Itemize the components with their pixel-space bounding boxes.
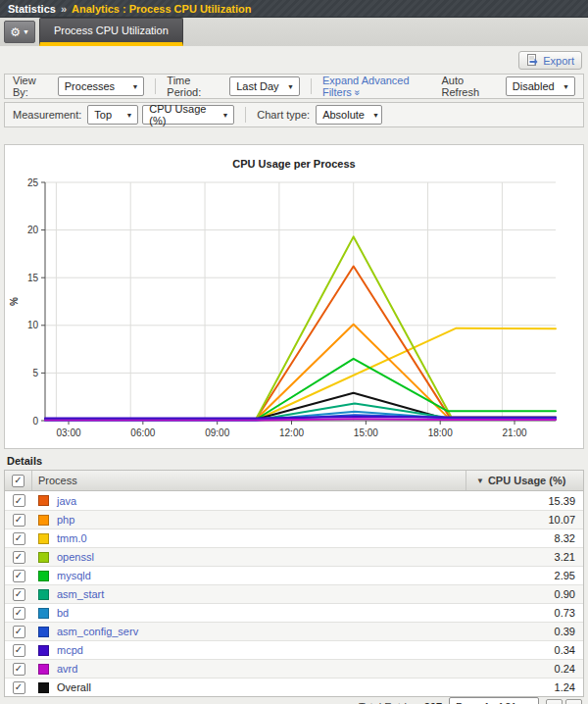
- chevron-down-icon: ▼: [131, 83, 138, 90]
- cpu-usage-value: 2.95: [466, 567, 583, 584]
- cpu-usage-value: 0.90: [466, 585, 583, 603]
- export-icon: [526, 54, 539, 67]
- series-color-chip: [38, 645, 49, 656]
- svg-text:25: 25: [27, 177, 39, 188]
- row-checkbox[interactable]: ✓: [13, 626, 25, 638]
- last-page-button[interactable]: ▶|: [565, 699, 582, 704]
- chevron-down-icon: ▼: [23, 28, 29, 35]
- table-row: ✓mysqld2.95: [5, 566, 583, 584]
- process-link[interactable]: mysqld: [57, 570, 91, 581]
- row-checkbox[interactable]: ✓: [13, 514, 25, 527]
- table-row: ✓mcpd0.34: [5, 640, 583, 659]
- svg-text:%: %: [9, 297, 20, 306]
- sort-desc-icon: ▼: [476, 477, 484, 485]
- cpu-usage-value: 0.34: [466, 641, 583, 659]
- expand-advanced-filters-link[interactable]: Expand Advanced Filters»: [322, 75, 442, 98]
- svg-text:15: 15: [27, 273, 39, 283]
- next-page-button[interactable]: ▶: [546, 699, 563, 704]
- process-link[interactable]: java: [57, 495, 76, 507]
- series-color-chip: [38, 571, 49, 581]
- svg-text:10: 10: [27, 320, 39, 330]
- auto-refresh-group: Auto Refresh Disabled ▼: [442, 75, 576, 98]
- cpu-usage-value: 3.21: [466, 548, 583, 566]
- view-by-value: Processes: [65, 80, 115, 92]
- time-period-value: Last Day: [236, 80, 278, 92]
- breadcrumb: Statistics » Analytics : Process CPU Uti…: [0, 0, 588, 18]
- gear-icon: ⚙: [10, 26, 21, 38]
- tab-process-cpu-utilization[interactable]: Process CPU Utilization: [39, 18, 183, 46]
- measurement-select[interactable]: Top ▼: [87, 105, 138, 125]
- process-link[interactable]: openssl: [57, 551, 94, 563]
- process-link[interactable]: php: [57, 514, 74, 526]
- row-checkbox[interactable]: ✓: [13, 607, 25, 620]
- series-line-php: [45, 325, 556, 420]
- svg-text:21:00: 21:00: [503, 427, 527, 438]
- row-checkbox[interactable]: ✓: [13, 551, 25, 564]
- table-row: ✓avrd0.24: [5, 659, 583, 678]
- time-period-select[interactable]: Last Day ▼: [229, 76, 300, 96]
- table-row: ✓Overall1.24: [5, 678, 583, 696]
- series-line-tmm.0: [45, 328, 556, 420]
- pagination-bar: Total Entries: 207 Page 1 of 21 ▼ ▶ ▶|: [4, 697, 584, 704]
- svg-text:5: 5: [32, 368, 38, 378]
- page-select[interactable]: Page 1 of 21 ▼: [449, 697, 539, 704]
- chart-type-value: Absolute: [322, 109, 365, 121]
- table-body: ✓java15.39✓php10.07✓tmm.08.32✓openssl3.2…: [5, 491, 583, 696]
- process-link[interactable]: avrd: [57, 663, 77, 675]
- view-by-label: View By:: [13, 75, 52, 98]
- row-checkbox[interactable]: ✓: [13, 494, 25, 507]
- svg-text:09:00: 09:00: [205, 427, 229, 438]
- process-link[interactable]: tmm.0: [57, 532, 87, 544]
- row-checkbox[interactable]: ✓: [13, 570, 25, 582]
- row-checkbox[interactable]: ✓: [13, 663, 25, 676]
- svg-text:18:00: 18:00: [428, 427, 453, 438]
- main-content: Export View By: Processes ▼ Time Period:…: [0, 46, 588, 704]
- svg-text:06:00: 06:00: [130, 427, 155, 438]
- process-link[interactable]: mcpd: [57, 644, 83, 656]
- svg-text:03:00: 03:00: [56, 427, 80, 438]
- breadcrumb-root: Statistics: [8, 3, 56, 15]
- metric-value: CPU Usage (%): [149, 103, 214, 126]
- series-line-java: [45, 267, 556, 421]
- cpu-usage-value: 8.32: [466, 529, 583, 547]
- divider: [245, 107, 246, 123]
- chart-panel: CPU Usage per Process 051015202503:0006:…: [4, 144, 584, 449]
- metric-select[interactable]: CPU Usage (%) ▼: [142, 105, 234, 125]
- svg-text:20: 20: [27, 225, 39, 235]
- svg-text:15:00: 15:00: [354, 427, 378, 438]
- chevron-down-icon: ▼: [372, 112, 379, 119]
- measurement-bar: Measurement: Top ▼ CPU Usage (%) ▼ Chart…: [4, 102, 584, 127]
- expand-advanced-filters-label: Expand Advanced Filters: [322, 75, 410, 98]
- view-by-select[interactable]: Processes ▼: [58, 76, 145, 96]
- cpu-usage-header-label: CPU Usage (%): [488, 475, 565, 486]
- series-color-chip: [38, 608, 49, 619]
- process-link[interactable]: asm_config_serv: [57, 626, 138, 637]
- table-row: ✓java15.39: [5, 491, 583, 510]
- divider: [155, 78, 156, 94]
- series-color-chip: [38, 664, 49, 675]
- export-label: Export: [543, 55, 574, 67]
- cpu-usage-column-header[interactable]: ▼ CPU Usage (%): [466, 471, 583, 490]
- tab-strip: ⚙ ▼ Process CPU Utilization: [0, 18, 588, 46]
- export-button[interactable]: Export: [518, 51, 582, 70]
- row-checkbox[interactable]: ✓: [13, 588, 25, 601]
- row-checkbox[interactable]: ✓: [13, 644, 25, 657]
- process-link[interactable]: asm_start: [57, 588, 104, 600]
- chart-type-select[interactable]: Absolute ▼: [316, 105, 382, 125]
- select-all-checkbox[interactable]: ✓: [12, 475, 24, 487]
- table-row: ✓asm_start0.90: [5, 584, 583, 603]
- row-checkbox[interactable]: ✓: [13, 532, 25, 545]
- svg-text:12:00: 12:00: [279, 427, 304, 438]
- process-link[interactable]: bd: [57, 607, 69, 619]
- details-section-label: Details: [7, 455, 584, 467]
- row-checkbox[interactable]: ✓: [13, 681, 25, 694]
- gear-menu-button[interactable]: ⚙ ▼: [4, 21, 35, 43]
- cpu-usage-chart: 051015202503:0006:0009:0012:0015:0018:00…: [5, 174, 577, 440]
- auto-refresh-select[interactable]: Disabled ▼: [506, 76, 575, 96]
- table-row: ✓bd0.73: [5, 603, 583, 622]
- tab-label: Process CPU Utilization: [54, 25, 169, 36]
- measurement-value: Top: [94, 109, 112, 121]
- cpu-usage-value: 0.39: [466, 623, 583, 640]
- divider: [311, 78, 312, 94]
- process-column-header[interactable]: Process: [32, 475, 466, 486]
